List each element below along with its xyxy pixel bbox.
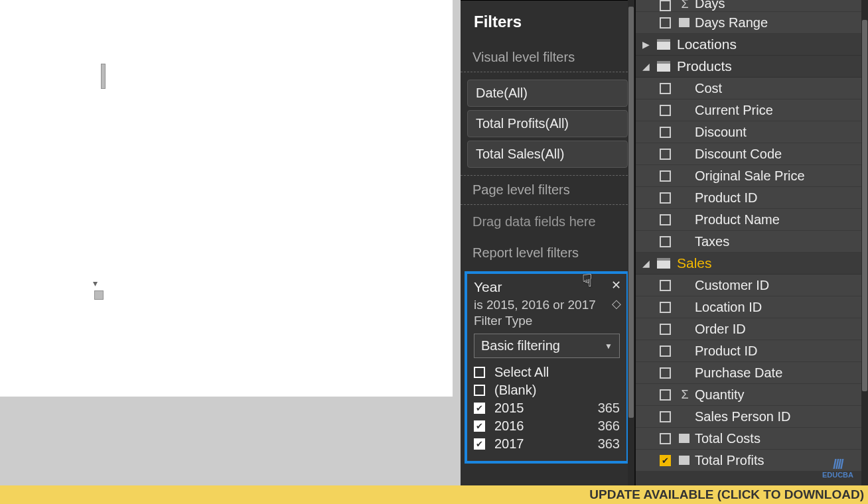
caret-right-icon: ▶: [642, 39, 653, 50]
field-original-sale-price[interactable]: Original Sale Price: [636, 165, 868, 187]
filter-card-date[interactable]: Date(All): [467, 80, 628, 107]
field-product-name[interactable]: Product Name: [636, 209, 868, 231]
filters-scrollbar[interactable]: [628, 0, 634, 485]
page-filter-dropzone[interactable]: Drag data fields here: [461, 204, 634, 239]
caret-down-icon: ◢: [642, 61, 653, 72]
field-discount[interactable]: Discount: [636, 121, 868, 143]
filter-type-label: Filter Type: [474, 314, 620, 328]
checkbox[interactable]: [660, 324, 671, 335]
table-icon: [657, 258, 670, 269]
field-taxes[interactable]: Taxes: [636, 231, 868, 253]
checkbox[interactable]: [660, 236, 671, 247]
sigma-icon: Σ: [679, 388, 691, 402]
table-mini-icon: [679, 18, 689, 27]
resize-handle-left[interactable]: [101, 64, 106, 89]
chevron-down-icon: ▼: [605, 342, 613, 351]
report-level-filters-label: Report level filters: [461, 239, 634, 267]
checkbox[interactable]: [660, 105, 671, 116]
field-days-range[interactable]: Days Range: [636, 12, 868, 34]
field-sales-person-id[interactable]: Sales Person ID: [636, 406, 868, 428]
filters-panel: Filters Visual level filters Date(All) T…: [461, 0, 636, 485]
filters-title: Filters: [461, 0, 634, 43]
filter-option-2017[interactable]: ✔ 2017 363: [474, 435, 620, 453]
filter-card-total-profits[interactable]: Total Profits(All): [467, 110, 628, 137]
caret-down-icon: ◢: [642, 258, 653, 269]
checkbox[interactable]: [474, 367, 485, 378]
table-locations[interactable]: ▶ Locations: [636, 34, 868, 56]
field-order-id[interactable]: Order ID: [636, 318, 868, 340]
canvas-page[interactable]: [0, 0, 453, 397]
visual-placeholder[interactable]: [89, 0, 106, 300]
filter-option-2016[interactable]: ✔ 2016 366: [474, 417, 620, 435]
scrollbar-thumb[interactable]: [862, 20, 867, 391]
field-quantity[interactable]: ΣQuantity: [636, 384, 868, 406]
field-days[interactable]: Σ Days: [636, 0, 868, 12]
sigma-icon: Σ: [679, 0, 691, 11]
filter-card-total-sales[interactable]: Total Sales(All): [467, 141, 628, 168]
field-customer-id[interactable]: Customer ID: [636, 275, 868, 296]
fields-scrollbar[interactable]: [861, 0, 868, 485]
close-icon[interactable]: ✕: [611, 278, 621, 292]
table-sales[interactable]: ◢ Sales: [636, 253, 868, 275]
field-total-profits[interactable]: ✔Total Profits: [636, 450, 868, 472]
filter-type-select[interactable]: Basic filtering ▼: [474, 334, 620, 358]
filter-options-list: Select All (Blank) ✔ 2015 365 ✔ 2016 366…: [474, 363, 620, 453]
checkbox[interactable]: [660, 346, 671, 357]
report-canvas[interactable]: ▾: [0, 0, 461, 485]
table-icon: [657, 39, 670, 50]
update-available-bar[interactable]: UPDATE AVAILABLE (CLICK TO DOWNLOAD): [0, 485, 868, 504]
year-filter-title: Year: [474, 279, 620, 295]
scrollbar-thumb[interactable]: [628, 7, 634, 418]
filter-option-blank[interactable]: (Blank): [474, 381, 620, 399]
checkbox[interactable]: [660, 389, 671, 401]
table-products[interactable]: ◢ Products: [636, 56, 868, 78]
checkbox[interactable]: [660, 83, 671, 94]
checkbox[interactable]: [660, 17, 671, 29]
field-total-costs[interactable]: Total Costs: [636, 428, 868, 450]
year-filter-summary: is 2015, 2016 or 2017: [474, 298, 620, 312]
checkbox[interactable]: [660, 214, 671, 225]
field-location-id[interactable]: Location ID: [636, 296, 868, 318]
checkbox[interactable]: [660, 170, 671, 182]
checkbox[interactable]: [660, 302, 671, 313]
checkbox[interactable]: [660, 192, 671, 204]
year-filter-card[interactable]: ✕ ◇ Year is 2015, 2016 or 2017 Filter Ty…: [465, 271, 629, 464]
checkbox[interactable]: [660, 411, 671, 422]
filter-type-value: Basic filtering: [481, 338, 560, 353]
table-mini-icon: [679, 434, 689, 443]
checkbox[interactable]: ✔: [474, 438, 485, 450]
checkbox[interactable]: [660, 367, 671, 379]
table-icon: [657, 61, 670, 72]
checkbox[interactable]: ✔: [660, 455, 671, 466]
visual-level-filters-label: Visual level filters: [461, 43, 634, 72]
checkbox[interactable]: [660, 149, 671, 160]
checkbox[interactable]: [474, 385, 485, 396]
checkbox[interactable]: ✔: [474, 403, 485, 414]
field-sales-product-id[interactable]: Product ID: [636, 340, 868, 362]
page-level-filters-label: Page level filters: [461, 176, 634, 204]
table-mini-icon: [679, 456, 689, 465]
checkbox[interactable]: [660, 127, 671, 138]
resize-handle-corner[interactable]: [94, 290, 104, 300]
checkbox[interactable]: [660, 433, 671, 444]
checkbox[interactable]: [660, 0, 671, 11]
update-available-text: UPDATE AVAILABLE (CLICK TO DOWNLOAD): [589, 487, 864, 502]
fields-panel: Σ Days Days Range ▶ Locations ◢ Products…: [636, 0, 868, 485]
filter-option-select-all[interactable]: Select All: [474, 363, 620, 381]
clear-filter-icon[interactable]: ◇: [612, 296, 621, 311]
field-current-price[interactable]: Current Price: [636, 99, 868, 121]
visual-filter-group: Date(All) Total Profits(All) Total Sales…: [461, 72, 634, 176]
field-discount-code[interactable]: Discount Code: [636, 143, 868, 165]
scroll-down-icon[interactable]: ▾: [90, 278, 100, 288]
field-product-id[interactable]: Product ID: [636, 187, 868, 209]
filter-option-2015[interactable]: ✔ 2015 365: [474, 399, 620, 417]
checkbox[interactable]: [660, 280, 671, 291]
checkbox[interactable]: ✔: [474, 420, 485, 432]
field-cost[interactable]: Cost: [636, 78, 868, 99]
field-purchase-date[interactable]: Purchase Date: [636, 362, 868, 384]
